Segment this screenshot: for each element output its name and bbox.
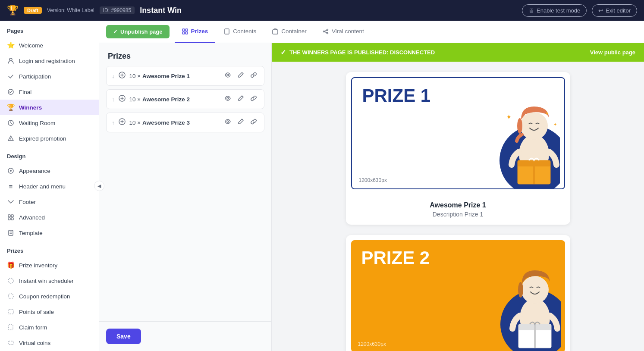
svg-point-33 <box>520 112 548 140</box>
sidebar-item-instant-win-scheduler[interactable]: Instant win scheduler <box>0 273 99 288</box>
drag-handle-3[interactable]: ↑ <box>112 119 115 126</box>
sidebar-item-expired[interactable]: Expired promotion <box>0 131 99 146</box>
coupon-icon <box>7 292 15 300</box>
share-icon <box>322 28 329 35</box>
svg-rect-6 <box>8 215 10 217</box>
tabs-bar: ✓ Unpublish page Prizes Contents Contain… <box>99 21 644 43</box>
check-circle-icon <box>7 88 15 96</box>
sidebar-item-participation[interactable]: Participation <box>0 69 99 84</box>
prize-actions-1 <box>223 71 259 81</box>
menu-icon: ≡ <box>7 182 15 190</box>
exit-icon: ↩ <box>598 7 603 14</box>
svg-text:✦: ✦ <box>553 122 557 127</box>
svg-point-23 <box>323 31 324 32</box>
status-banner: ✓ THE WINNERS PAGE IS PUBLISHED: DISCONN… <box>272 43 644 62</box>
sidebar-item-prize-inventory[interactable]: 🎁 Prize inventory <box>0 257 99 273</box>
svg-rect-13 <box>8 310 13 314</box>
sidebar-item-claim-form[interactable]: Claim form <box>0 320 99 335</box>
svg-rect-18 <box>182 32 185 34</box>
prize2-title-overlay: PRIZE 2 <box>361 249 430 267</box>
sidebar-item-template[interactable]: Template <box>0 225 99 241</box>
box-icon <box>272 28 279 35</box>
sidebar-item-advanced[interactable]: Advanced <box>0 210 99 225</box>
trophy-icon: 🏆 <box>7 5 19 16</box>
scheduler-icon <box>7 277 15 285</box>
sidebar-item-appearance[interactable]: Appearance <box>0 163 99 179</box>
prize-name-2: 10 × Awesome Prize 2 <box>129 96 220 103</box>
svg-point-43 <box>521 276 549 304</box>
tab-contents[interactable]: Contents <box>217 21 263 43</box>
prize-icon-1 <box>118 71 126 81</box>
prize2-illustration <box>483 249 561 351</box>
prize-edit-button-3[interactable] <box>236 117 246 128</box>
prize-link-button-1[interactable] <box>248 71 259 81</box>
prize-edit-button-1[interactable] <box>236 71 246 81</box>
sidebar-item-points-of-sale[interactable]: Points of sale <box>0 304 99 320</box>
sidebar-item-header-menu[interactable]: ≡ Header and menu <box>0 179 99 194</box>
file-icon <box>223 28 230 35</box>
prize1-illustration: ✦ ✦ ✦ <box>482 85 560 188</box>
unpublish-page-button[interactable]: ✓ Unpublish page <box>106 25 170 38</box>
page-title: Instant Win <box>140 6 517 15</box>
monitor-icon: 🖥 <box>528 7 534 14</box>
sidebar-item-winners[interactable]: 🏆 Winners <box>0 100 99 115</box>
prize-link-button-3[interactable] <box>248 117 259 128</box>
exit-editor-button[interactable]: ↩ Exit editor <box>592 4 637 17</box>
sidebar-item-coupon[interactable]: Coupon redemption <box>0 288 99 304</box>
prize-icon-3 <box>118 118 126 127</box>
drag-handle-2[interactable]: ↑ <box>112 96 115 103</box>
prize-actions-3 <box>223 117 259 128</box>
sidebar: Pages ⭐ Welcome Login and registration P… <box>0 21 99 351</box>
sidebar-section-pages: Pages <box>0 21 99 38</box>
svg-rect-19 <box>185 32 188 34</box>
enable-test-mode-button[interactable]: 🖥 Enable test mode <box>522 4 587 17</box>
svg-rect-10 <box>9 230 13 235</box>
sidebar-section-prizes: Prizes <box>0 241 99 257</box>
claim-icon <box>7 323 15 331</box>
prizes-left-panel: Prizes ↓ 10 × Awesome Prize 1 <box>99 43 272 351</box>
prize1-title-overlay: PRIZE 1 <box>362 87 431 105</box>
left-panel-footer: Save <box>99 321 271 351</box>
prize-view-button-2[interactable] <box>223 94 233 104</box>
waiting-icon <box>7 119 15 127</box>
preview-panel: ✓ THE WINNERS PAGE IS PUBLISHED: DISCONN… <box>272 43 644 351</box>
sidebar-item-waiting-room[interactable]: Waiting Room <box>0 115 99 131</box>
svg-rect-14 <box>9 325 13 330</box>
drag-handle-1[interactable]: ↓ <box>112 73 115 79</box>
svg-point-22 <box>327 29 328 30</box>
sidebar-item-final[interactable]: Final <box>0 84 99 100</box>
sidebar-item-footer[interactable]: Footer <box>0 194 99 210</box>
trophy-sidebar-icon: 🏆 <box>7 103 15 111</box>
tab-container[interactable]: Container <box>265 21 314 43</box>
status-banner-text: ✓ THE WINNERS PAGE IS PUBLISHED: DISCONN… <box>280 48 435 56</box>
svg-rect-15 <box>8 341 13 345</box>
prize-row-3: ↑ 10 × Awesome Prize 3 <box>106 113 264 132</box>
svg-rect-7 <box>11 215 13 217</box>
sidebar-item-login[interactable]: Login and registration <box>0 53 99 69</box>
tab-prizes[interactable]: Prizes <box>175 21 215 43</box>
prize-actions-2 <box>223 94 259 104</box>
save-button[interactable]: Save <box>106 329 141 344</box>
prize-view-button-1[interactable] <box>223 71 233 81</box>
prize-edit-button-2[interactable] <box>236 94 246 104</box>
check-green-icon: ✓ <box>113 28 118 35</box>
sidebar-section-design: Design <box>0 146 99 163</box>
template-icon <box>7 229 15 237</box>
sidebar-collapse-button[interactable]: ◀ <box>94 181 104 191</box>
prize1-image-size: 1200x630px <box>359 177 387 183</box>
svg-point-0 <box>9 58 12 61</box>
prizes-panel-title: Prizes <box>99 43 271 66</box>
sidebar-item-welcome[interactable]: ⭐ Welcome <box>0 38 99 53</box>
svg-point-44 <box>518 282 523 298</box>
prizes-list: ↓ 10 × Awesome Prize 1 <box>99 66 271 321</box>
prize-link-button-2[interactable] <box>248 94 259 104</box>
version-label: Version: White Label <box>47 7 94 13</box>
id-label: ID: #990985 <box>100 6 135 14</box>
svg-rect-8 <box>8 218 10 220</box>
draft-badge: Draft <box>24 7 42 14</box>
coins-icon <box>7 339 15 347</box>
prize-view-button-3[interactable] <box>223 117 233 128</box>
tab-viral-content[interactable]: Viral content <box>315 21 371 43</box>
sidebar-item-virtual-coins[interactable]: Virtual coins <box>0 335 99 351</box>
view-public-page-link[interactable]: View public page <box>590 49 635 56</box>
